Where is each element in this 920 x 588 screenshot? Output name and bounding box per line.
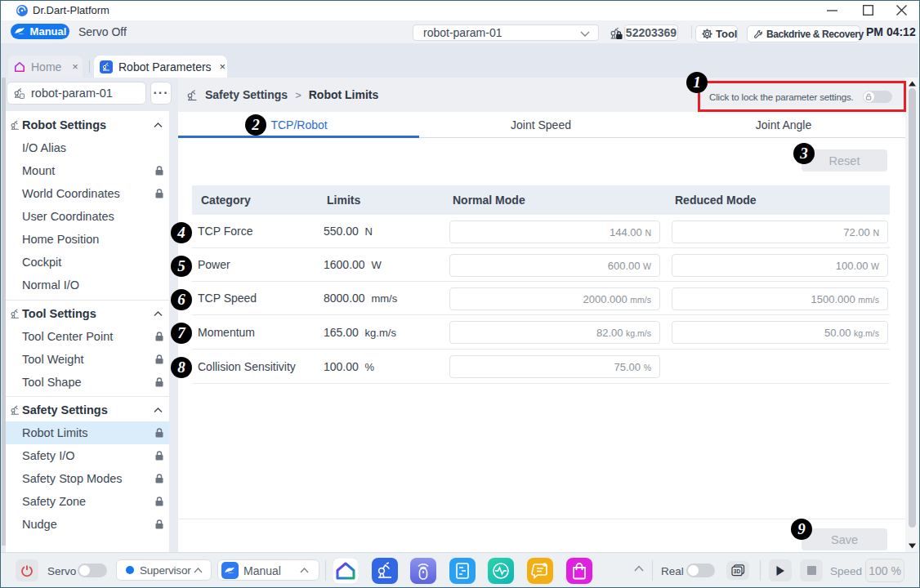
svg-text:3D: 3D	[733, 568, 740, 574]
